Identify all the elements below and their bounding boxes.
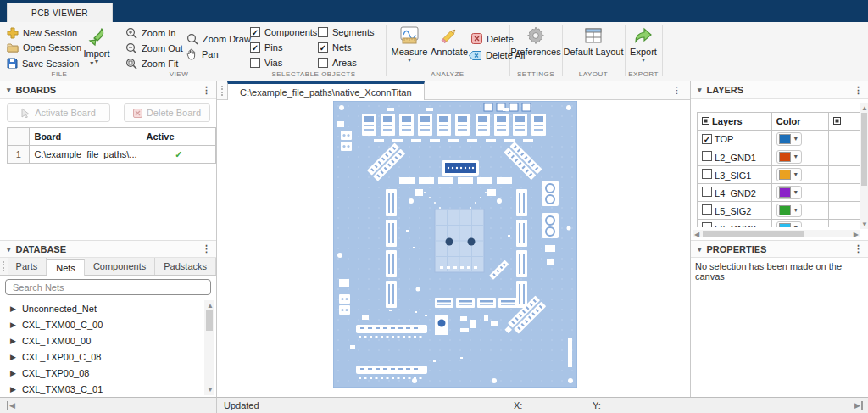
measure-dropdown[interactable]: ▾ xyxy=(408,58,411,63)
boards-collapse-icon[interactable]: ▾ xyxy=(7,86,11,94)
zoom-out-button[interactable]: Zoom Out xyxy=(125,42,183,54)
expand-icon[interactable]: ▶ xyxy=(10,321,16,329)
measure-button[interactable]: Measure ▾ xyxy=(390,25,429,63)
default-layout-button[interactable]: Default Layout xyxy=(562,25,625,57)
layer-checkbox[interactable] xyxy=(702,169,712,179)
extra-column-header[interactable] xyxy=(829,113,860,131)
scroll-up-icon[interactable]: ▲ xyxy=(207,302,214,310)
scroll-end-icon[interactable]: ▶ xyxy=(854,401,863,410)
layer-color-picker[interactable]: ▾ xyxy=(776,150,802,164)
export-dropdown[interactable]: ▾ xyxy=(642,58,645,63)
activate-board-button[interactable]: Activate Board xyxy=(7,103,110,122)
expand-icon[interactable]: ▶ xyxy=(10,369,16,377)
layer-checkbox[interactable] xyxy=(702,204,712,215)
select-all-layers-icon[interactable] xyxy=(702,117,709,125)
layer-color-picker[interactable]: ▾ xyxy=(776,186,802,199)
checkbox-segments[interactable]: Segments xyxy=(318,27,375,37)
annotate-button[interactable]: Annotate xyxy=(428,25,470,57)
layer-color-picker[interactable]: ▾ xyxy=(776,221,802,227)
document-tab[interactable]: C:\example_file_paths\native_XconnTitan xyxy=(227,81,425,100)
open-session-button[interactable]: Open Session xyxy=(7,42,81,53)
net-item[interactable]: ▶Unconnected_Net xyxy=(0,300,203,316)
layer-row[interactable]: L6_GND3 ▾ xyxy=(698,220,860,228)
net-item[interactable]: ▶CXL_TXM00_00 xyxy=(0,332,203,349)
database-tabs-grip[interactable] xyxy=(3,261,5,271)
document-tab-menu-icon[interactable]: ⋮ xyxy=(672,85,682,96)
layout-grid-icon xyxy=(583,25,604,46)
tab-pcb-viewer[interactable]: PCB VIEWER xyxy=(7,3,113,22)
zoom-in-button[interactable]: Zoom In xyxy=(125,27,175,39)
color-column-header[interactable]: Color xyxy=(771,113,829,131)
database-menu-icon[interactable]: ⋮ xyxy=(202,243,211,254)
layers-column-header[interactable]: Layers xyxy=(698,113,772,131)
expand-icon[interactable]: ▶ xyxy=(10,337,16,345)
scroll-down-icon[interactable]: ▼ xyxy=(207,386,214,393)
expand-icon[interactable]: ▶ xyxy=(10,353,16,361)
app-tab-strip: PCB VIEWER xyxy=(0,0,868,22)
checkbox-areas[interactable]: Areas xyxy=(318,58,357,68)
checkbox-nets[interactable]: ✓ Nets xyxy=(318,42,352,53)
zoom-fit-button[interactable]: Zoom Fit xyxy=(125,58,178,70)
import-dropdown[interactable]: ▾ xyxy=(95,59,98,64)
pcb-canvas[interactable] xyxy=(217,100,690,397)
nets-v-scrollbar[interactable]: ▲ ▼ xyxy=(204,300,214,395)
export-button[interactable]: Export ▾ xyxy=(625,25,662,63)
layers-panel-header: ▾ LAYERS ⋮ xyxy=(691,81,868,99)
layer-row[interactable]: L5_SIG2 ▾ xyxy=(698,202,860,220)
pan-button[interactable]: Pan xyxy=(186,48,219,60)
layers-table-wrap: Layers Color ✓ TOP ▾ L2_GND1 ▾ L3_SIG1 ▾… xyxy=(697,112,860,227)
layer-checkbox[interactable] xyxy=(702,151,712,161)
preferences-button[interactable]: Preferences xyxy=(509,25,562,57)
tab-nets[interactable]: Nets xyxy=(47,259,85,276)
scroll-home-icon[interactable]: ◀ xyxy=(7,401,15,410)
checkbox-pins[interactable]: ✓ Pins xyxy=(250,42,282,53)
tab-bar-grip[interactable] xyxy=(221,86,224,96)
new-session-button[interactable]: New Session xyxy=(7,27,77,39)
pcb-board[interactable] xyxy=(333,101,577,388)
layers-menu-icon[interactable]: ⋮ xyxy=(854,85,863,96)
layer-color-picker[interactable]: ▾ xyxy=(776,132,802,146)
layer-checkbox[interactable] xyxy=(702,187,712,197)
layer-row[interactable]: ✓ TOP ▾ xyxy=(698,131,860,148)
net-item[interactable]: ▶CXL_TXM00_C_00 xyxy=(0,316,203,332)
layers-h-scrollbar[interactable]: ◀ ▶ xyxy=(693,230,860,237)
layers-table: Layers Color ✓ TOP ▾ L2_GND1 ▾ L3_SIG1 ▾… xyxy=(697,112,860,227)
layer-checkbox[interactable]: ✓ xyxy=(702,134,712,144)
layers-collapse-icon[interactable]: ▾ xyxy=(698,86,702,94)
checkbox-vias[interactable]: Vias xyxy=(250,58,282,68)
zoom-out-icon xyxy=(125,42,137,54)
tab-components[interactable]: Components xyxy=(85,258,155,275)
tab-padstacks[interactable]: Padstacks xyxy=(155,258,216,275)
layer-row[interactable]: L4_GND2 ▾ xyxy=(698,184,860,202)
expand-icon[interactable]: ▶ xyxy=(10,304,16,313)
expand-icon[interactable]: ▶ xyxy=(10,385,16,393)
scroll-right-icon[interactable]: ▶ xyxy=(854,231,859,238)
net-item[interactable]: ▶CXL_TXP00_C_08 xyxy=(0,349,203,365)
layer-color-picker[interactable]: ▾ xyxy=(776,168,802,181)
net-item[interactable]: ▶CXL_TXP00_08 xyxy=(0,365,203,381)
delete-board-button[interactable]: Delete Board xyxy=(124,103,210,122)
layer-row[interactable]: L3_SIG1 ▾ xyxy=(698,166,860,184)
net-item[interactable]: ▶CXL_TXM03_C_01 xyxy=(0,381,203,397)
layer-color-picker[interactable]: ▾ xyxy=(776,204,802,217)
search-nets-input[interactable] xyxy=(5,279,211,295)
delete-button[interactable]: Delete xyxy=(471,33,514,44)
scroll-up-icon[interactable]: ▲ xyxy=(861,104,868,112)
layer-checkbox[interactable] xyxy=(702,222,712,227)
active-column-header[interactable]: Active xyxy=(142,128,215,146)
scroll-left-icon[interactable]: ◀ xyxy=(694,231,699,238)
nets-h-scrollbar[interactable]: ◀ xyxy=(0,397,217,413)
scroll-down-icon[interactable]: ▼ xyxy=(861,220,868,228)
layer-row[interactable]: L2_GND1 ▾ xyxy=(698,148,860,166)
properties-collapse-icon[interactable]: ▾ xyxy=(698,245,702,254)
checkbox-components[interactable]: ✓ Components xyxy=(250,27,317,37)
zoom-draw-button[interactable]: Zoom Draw xyxy=(186,33,251,45)
tab-parts[interactable]: Parts xyxy=(8,258,47,275)
database-collapse-icon[interactable]: ▾ xyxy=(7,245,11,254)
import-button[interactable]: Import ▾ xyxy=(80,27,114,64)
properties-menu-icon[interactable]: ⋮ xyxy=(854,243,863,254)
layers-v-scrollbar[interactable]: ▲ ▼ xyxy=(860,103,868,229)
boards-menu-icon[interactable]: ⋮ xyxy=(202,85,211,96)
board-row[interactable]: 1 C:\example_file_paths\... ✓ xyxy=(8,146,216,164)
board-column-header[interactable]: Board xyxy=(30,128,142,146)
